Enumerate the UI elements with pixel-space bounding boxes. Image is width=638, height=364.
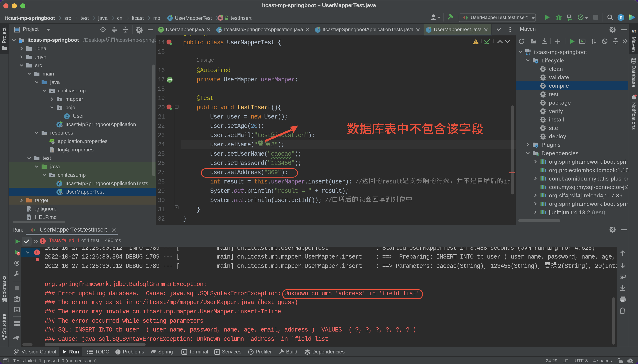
- svg-text:C: C: [316, 28, 319, 32]
- svg-text:?: ?: [629, 358, 631, 362]
- svg-text:I: I: [160, 28, 162, 32]
- svg-text:C: C: [66, 114, 68, 119]
- svg-text:C: C: [427, 28, 430, 32]
- svg-text:m: m: [526, 50, 530, 56]
- svg-text:9: 9: [17, 252, 19, 256]
- svg-text:C: C: [58, 181, 61, 186]
